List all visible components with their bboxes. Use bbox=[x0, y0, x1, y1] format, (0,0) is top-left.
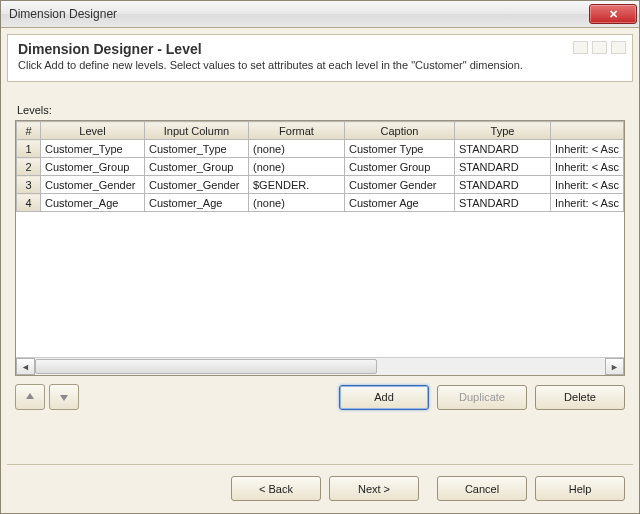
move-up-button[interactable] bbox=[15, 384, 45, 410]
move-down-button[interactable] bbox=[49, 384, 79, 410]
page-description: Click Add to define new levels. Select v… bbox=[18, 59, 622, 71]
cell-level[interactable]: Customer_Type bbox=[41, 140, 145, 158]
cell-type[interactable]: STANDARD bbox=[455, 158, 551, 176]
cell-input-column[interactable]: Customer_Age bbox=[145, 194, 249, 212]
cell-caption[interactable]: Customer Type bbox=[345, 140, 455, 158]
scroll-track[interactable] bbox=[35, 359, 605, 374]
wizard-icon bbox=[611, 41, 626, 54]
cell-level[interactable]: Customer_Group bbox=[41, 158, 145, 176]
cell-type[interactable]: STANDARD bbox=[455, 176, 551, 194]
table-row[interactable]: 1 Customer_Type Customer_Type (none) Cus… bbox=[17, 140, 624, 158]
col-header-number[interactable]: # bbox=[17, 122, 41, 140]
table-row[interactable]: 2 Customer_Group Customer_Group (none) C… bbox=[17, 158, 624, 176]
col-header-input-column[interactable]: Input Column bbox=[145, 122, 249, 140]
table-row[interactable]: 3 Customer_Gender Customer_Gender $GENDE… bbox=[17, 176, 624, 194]
arrow-down-icon bbox=[58, 391, 70, 403]
table-row[interactable]: 4 Customer_Age Customer_Age (none) Custo… bbox=[17, 194, 624, 212]
cancel-button[interactable]: Cancel bbox=[437, 476, 527, 501]
wizard-icon bbox=[573, 41, 588, 54]
next-button[interactable]: Next > bbox=[329, 476, 419, 501]
cell-row-number: 3 bbox=[17, 176, 41, 194]
cell-level[interactable]: Customer_Age bbox=[41, 194, 145, 212]
help-button[interactable]: Help bbox=[535, 476, 625, 501]
titlebar: Dimension Designer ✕ bbox=[1, 1, 639, 28]
col-header-type[interactable]: Type bbox=[455, 122, 551, 140]
cell-format[interactable]: (none) bbox=[249, 140, 345, 158]
levels-table[interactable]: # Level Input Column Format Caption Type… bbox=[16, 121, 624, 212]
wizard-header: Dimension Designer - Level Click Add to … bbox=[7, 34, 633, 82]
col-header-sort[interactable] bbox=[551, 122, 624, 140]
scroll-right-arrow-icon[interactable]: ► bbox=[605, 358, 624, 375]
wizard-icons bbox=[573, 41, 626, 54]
wizard-footer: < Back Next > Cancel Help bbox=[1, 466, 639, 513]
cell-row-number: 2 bbox=[17, 158, 41, 176]
levels-table-container: # Level Input Column Format Caption Type… bbox=[15, 120, 625, 376]
cell-caption[interactable]: Customer Gender bbox=[345, 176, 455, 194]
page-title: Dimension Designer - Level bbox=[18, 41, 622, 57]
arrow-up-icon bbox=[24, 391, 36, 403]
close-icon: ✕ bbox=[609, 9, 618, 20]
cell-sort[interactable]: Inherit: < Asc bbox=[551, 158, 624, 176]
close-button[interactable]: ✕ bbox=[589, 4, 637, 24]
cell-input-column[interactable]: Customer_Gender bbox=[145, 176, 249, 194]
wizard-icon bbox=[592, 41, 607, 54]
scroll-left-arrow-icon[interactable]: ◄ bbox=[16, 358, 35, 375]
cell-level[interactable]: Customer_Gender bbox=[41, 176, 145, 194]
cell-format[interactable]: $GENDER. bbox=[249, 176, 345, 194]
cell-type[interactable]: STANDARD bbox=[455, 140, 551, 158]
table-header-row: # Level Input Column Format Caption Type bbox=[17, 122, 624, 140]
scroll-thumb[interactable] bbox=[35, 359, 377, 374]
cell-type[interactable]: STANDARD bbox=[455, 194, 551, 212]
col-header-level[interactable]: Level bbox=[41, 122, 145, 140]
cell-format[interactable]: (none) bbox=[249, 158, 345, 176]
col-header-format[interactable]: Format bbox=[249, 122, 345, 140]
horizontal-scrollbar[interactable]: ◄ ► bbox=[16, 357, 624, 375]
cell-sort[interactable]: Inherit: < Asc bbox=[551, 140, 624, 158]
cell-caption[interactable]: Customer Age bbox=[345, 194, 455, 212]
cell-caption[interactable]: Customer Group bbox=[345, 158, 455, 176]
cell-input-column[interactable]: Customer_Type bbox=[145, 140, 249, 158]
col-header-caption[interactable]: Caption bbox=[345, 122, 455, 140]
back-button[interactable]: < Back bbox=[231, 476, 321, 501]
cell-format[interactable]: (none) bbox=[249, 194, 345, 212]
cell-row-number: 1 bbox=[17, 140, 41, 158]
duplicate-button[interactable]: Duplicate bbox=[437, 385, 527, 410]
cell-sort[interactable]: Inherit: < Asc bbox=[551, 176, 624, 194]
window-title: Dimension Designer bbox=[9, 7, 589, 21]
cell-row-number: 4 bbox=[17, 194, 41, 212]
cell-sort[interactable]: Inherit: < Asc bbox=[551, 194, 624, 212]
footer-divider bbox=[7, 464, 633, 465]
cell-input-column[interactable]: Customer_Group bbox=[145, 158, 249, 176]
levels-label: Levels: bbox=[17, 104, 625, 116]
delete-button[interactable]: Delete bbox=[535, 385, 625, 410]
add-button[interactable]: Add bbox=[339, 385, 429, 410]
